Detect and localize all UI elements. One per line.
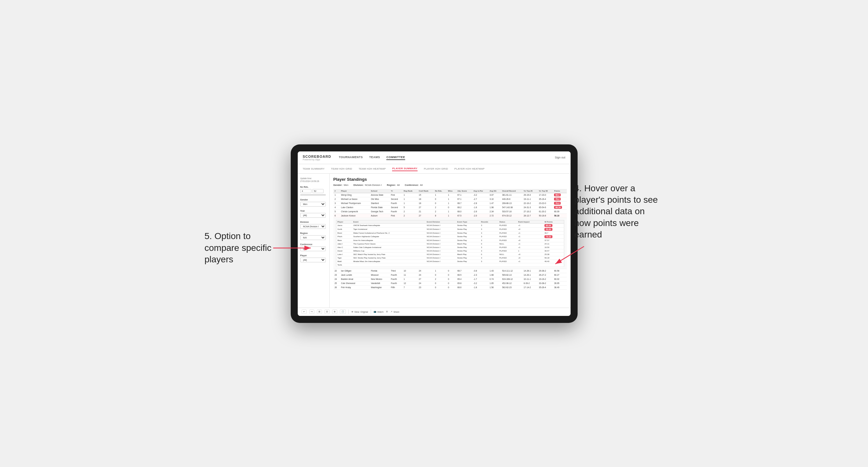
table-row-highlighted: 6 Jackson Koivun Auburn First 22781 67.5… bbox=[334, 214, 567, 218]
svg-line-1 bbox=[555, 246, 584, 264]
sub-nav-team-h2h-grid[interactable]: TEAM H2H GRID bbox=[331, 167, 352, 171]
col-avg-sg: Avg SG bbox=[488, 189, 501, 193]
separator bbox=[371, 310, 371, 314]
nav-committee[interactable]: COMMITTEE bbox=[386, 155, 405, 160]
col-vs-top50: Vs Top 50 bbox=[538, 189, 553, 193]
table-row: 5 Christo Lamprecht Georgia Tech Fourth … bbox=[334, 210, 567, 214]
eye-icon: 👁 bbox=[351, 311, 353, 313]
row-school: Arizona State bbox=[370, 193, 390, 197]
download-icon: ⬇ bbox=[386, 310, 388, 313]
row-player[interactable]: Christo Lamprecht bbox=[340, 210, 370, 214]
undo-button[interactable]: ↩ bbox=[302, 310, 307, 314]
row-player[interactable]: Jack Lundin bbox=[340, 273, 370, 277]
sign-out-link[interactable]: Sign out bbox=[555, 156, 565, 159]
add-button[interactable]: ⊕ bbox=[332, 310, 337, 314]
table-row: 2 Michael La Sasso Ole Miss Second 11801… bbox=[334, 197, 567, 201]
clock-button[interactable]: 🕐 bbox=[340, 310, 346, 314]
nav-teams[interactable]: TEAMS bbox=[369, 155, 380, 160]
row-player[interactable]: Michael La Sasso bbox=[340, 197, 370, 201]
sub-nav-player-h2h-grid[interactable]: PLAYER H2H GRID bbox=[424, 167, 448, 171]
gender-filter-label: Gender: bbox=[334, 184, 343, 186]
popup-col-type: Event Type bbox=[456, 220, 480, 223]
col-no-rds: No Rds. bbox=[434, 189, 446, 193]
col-conf-rank: Conf Rank bbox=[417, 189, 434, 193]
popup-row: Player Event Event Division Event Type R… bbox=[334, 218, 567, 269]
share-button[interactable]: ↗ Share bbox=[391, 310, 399, 313]
popup-table-row: Tenfs bbox=[336, 263, 564, 267]
row-player[interactable]: Cole Sherwood bbox=[340, 281, 370, 285]
row-player[interactable]: Luke Clanton bbox=[340, 205, 370, 210]
table-row: 4 Luke Clanton Florida State Second 5272… bbox=[334, 205, 567, 210]
nav-links: TOURNAMENTS TEAMS COMMITTEE bbox=[339, 155, 555, 160]
col-num: # bbox=[334, 189, 340, 193]
col-school: School bbox=[370, 189, 390, 193]
row-player[interactable]: Ian Gilligan bbox=[340, 269, 370, 273]
watch-icon: 📺 bbox=[374, 310, 376, 313]
year-label: Year bbox=[300, 210, 327, 212]
popup-table-row: MattlMirabel Maui Jim IntercollegiateNCA… bbox=[336, 259, 564, 263]
points-badge[interactable]: 68.2 bbox=[554, 193, 561, 196]
table-area: Player Standings Gender: Men Division: N… bbox=[330, 174, 570, 308]
popup-table: Player Event Event Division Event Type R… bbox=[336, 220, 564, 267]
gender-label: Gender bbox=[300, 198, 327, 201]
logo-text: SCOREBOARD bbox=[303, 155, 331, 158]
sub-nav: TEAM SUMMARY TEAM H2H GRID TEAM H2H HEAT… bbox=[298, 164, 570, 174]
popup-points[interactable]: 60.64 bbox=[545, 224, 552, 227]
row-player[interactable]: Petr Hruby bbox=[340, 285, 370, 289]
player-table: # Player School Yr Reg Rank Conf Rank No… bbox=[334, 189, 567, 290]
conference-filter-value: All bbox=[420, 184, 423, 186]
col-points: Points bbox=[553, 189, 566, 193]
points-badge[interactable]: 68.34 bbox=[554, 206, 562, 209]
points-value[interactable]: 58.18 bbox=[554, 215, 559, 217]
main-content: Update time: 27/01/2024 16:56:26 No Rds. bbox=[298, 174, 570, 308]
row-player[interactable]: Jackson Koivun bbox=[340, 214, 370, 218]
gender-filter-value: Men bbox=[344, 184, 348, 186]
popup-col-event: Event bbox=[352, 220, 426, 223]
watch-label: Watch bbox=[377, 311, 384, 313]
nav-tournaments[interactable]: TOURNAMENTS bbox=[339, 155, 363, 160]
download-button[interactable]: ⬇ bbox=[386, 310, 388, 313]
view-original-label: View: Original bbox=[354, 311, 368, 313]
points-badge[interactable]: 70.2 bbox=[554, 202, 561, 205]
region-select[interactable]: N/A bbox=[300, 235, 326, 240]
view-original[interactable]: 👁 View: Original bbox=[351, 311, 368, 313]
conference-filter-label: Conference: bbox=[405, 184, 419, 186]
year-select[interactable]: (All) bbox=[300, 213, 326, 218]
no-rds-min-input[interactable] bbox=[300, 189, 311, 193]
col-player: Player bbox=[340, 189, 370, 193]
no-rds-slider[interactable] bbox=[300, 194, 326, 195]
no-rds-max-input[interactable] bbox=[312, 189, 323, 193]
col-wins: Wins bbox=[446, 189, 456, 193]
popup-table-row: JacxsUNCW Seahawk IntercollegiateNCAA Di… bbox=[336, 223, 564, 227]
watch-button[interactable]: 📺 Watch bbox=[374, 310, 384, 313]
sub-nav-player-summary[interactable]: PLAYER SUMMARY bbox=[392, 166, 417, 171]
gender-select[interactable]: Men bbox=[300, 202, 326, 207]
popup-points[interactable]: 53.60 bbox=[545, 228, 552, 231]
region-filter-label: Region: bbox=[387, 184, 396, 186]
no-rds-label: No Rds. bbox=[300, 186, 327, 188]
col-reg-rank: Reg Rank bbox=[402, 189, 417, 193]
sub-nav-team-h2h-heatmap[interactable]: TEAM H2H HEATMAP bbox=[359, 167, 386, 171]
tablet-frame: SCOREBOARD Powered by clippi TOURNAMENTS… bbox=[291, 145, 578, 323]
bottom-toolbar: ↩ ↪ ⊞ ⊟ ⊕ 🕐 👁 View: Original 📺 Watch ⬇ bbox=[298, 308, 570, 316]
copy-button[interactable]: ⊞ bbox=[317, 310, 322, 314]
sub-nav-team-summary[interactable]: TEAM SUMMARY bbox=[303, 167, 325, 171]
player-select[interactable]: (All) bbox=[300, 257, 326, 262]
popup-table-row: GoribTiger InvitationalNCAA Division ISt… bbox=[336, 227, 564, 231]
separator bbox=[348, 310, 349, 314]
popup-points[interactable]: 73.33 bbox=[545, 235, 552, 238]
row-player[interactable]: Bastien Amat bbox=[340, 277, 370, 281]
points-badge[interactable]: 76.2 bbox=[554, 198, 561, 200]
redo-button[interactable]: ↪ bbox=[309, 310, 314, 314]
player-label: Player bbox=[300, 254, 327, 257]
popup-table-row: DavidWilliams CupNCAA Division IStroke P… bbox=[336, 249, 564, 252]
table-row: 22 Ian Gilligan Florida Third 102410 68.… bbox=[334, 269, 567, 273]
row-player[interactable]: Wenyi Ding bbox=[340, 193, 370, 197]
row-player[interactable]: Michael Thorbjornsen bbox=[340, 201, 370, 205]
tablet-screen: SCOREBOARD Powered by clippi TOURNAMENTS… bbox=[298, 151, 570, 316]
popup-col-player: Player bbox=[336, 220, 352, 223]
paste-button[interactable]: ⊟ bbox=[324, 310, 330, 314]
division-select[interactable]: NCAA Division I bbox=[300, 224, 326, 229]
update-time: Update time: 27/01/2024 16:56:26 bbox=[300, 177, 327, 183]
sub-nav-player-h2h-heatmap[interactable]: PLAYER H2H HEATMAP bbox=[455, 167, 485, 171]
